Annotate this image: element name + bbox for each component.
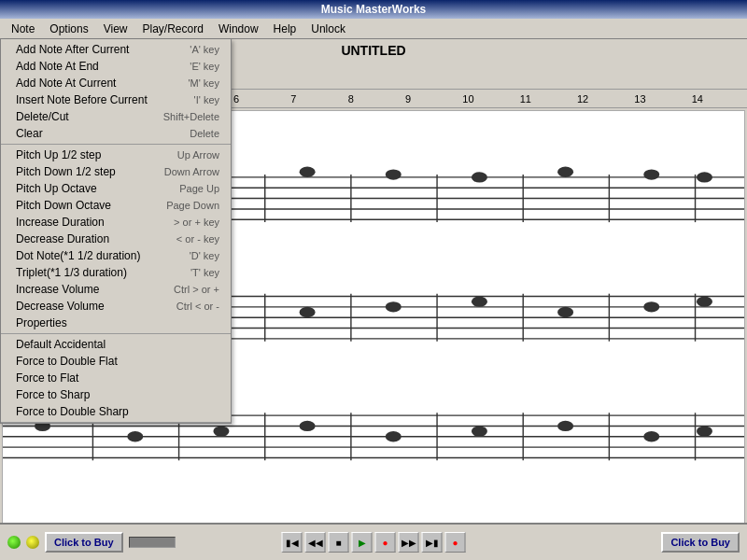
loop-button[interactable]: ● (445, 532, 466, 553)
menu-decrease-volume[interactable]: Decrease Volume Ctrl < or - (1, 298, 231, 315)
status-bar: Click to Buy ▮◀ ◀◀ ■ ▶ ● ▶▶ ▶▮ ● Click t… (0, 523, 747, 560)
menu-default-accidental[interactable]: Default Accidental (1, 336, 231, 353)
menu-options[interactable]: Options (42, 21, 95, 37)
measure-8: 8 (346, 93, 403, 105)
note-dropdown-menu: Add Note After Current 'A' key Add Note … (0, 39, 232, 424)
menu-force-sharp[interactable]: Force to Sharp (1, 386, 231, 403)
svg-point-52 (213, 426, 229, 436)
menu-pitch-up-half[interactable]: Pitch Up 1/2 step Up Arrow (1, 147, 231, 163)
indicator-yellow (26, 536, 39, 549)
menu-pitch-down-half[interactable]: Pitch Down 1/2 step Down Arrow (1, 163, 231, 180)
menu-force-double-sharp[interactable]: Force to Double Sharp (1, 403, 231, 420)
measure-7: 7 (289, 93, 345, 105)
svg-point-14 (697, 172, 712, 182)
rewind-button[interactable]: ◀◀ (305, 532, 326, 553)
svg-point-12 (557, 167, 573, 177)
measure-9: 9 (403, 93, 460, 105)
measure-6: 6 (232, 93, 289, 105)
svg-point-9 (300, 167, 316, 177)
menu-help[interactable]: Help (266, 21, 304, 37)
title-bar: Music MasterWorks (0, 0, 747, 19)
svg-point-54 (386, 431, 402, 441)
menu-increase-volume[interactable]: Increase Volume Ctrl > or + (1, 281, 231, 298)
menu-clear[interactable]: Clear Delete (1, 125, 231, 142)
menu-force-flat[interactable]: Force to Flat (1, 370, 231, 386)
measure-14: 14 (690, 93, 747, 105)
menu-increase-duration[interactable]: Increase Duration > or + key (1, 214, 231, 231)
menu-section-2: Pitch Up 1/2 step Up Arrow Pitch Down 1/… (1, 145, 231, 334)
menu-force-double-flat[interactable]: Force to Double Flat (1, 353, 231, 370)
menu-decrease-duration[interactable]: Decrease Duration < or - key (1, 231, 231, 247)
app-title: Music MasterWorks (321, 3, 426, 16)
fast-forward-button[interactable]: ▶▶ (399, 532, 419, 553)
svg-point-58 (697, 426, 712, 436)
svg-point-11 (472, 172, 487, 182)
menu-pitch-down-octave[interactable]: Pitch Down Octave Page Down (1, 197, 231, 214)
record-button[interactable]: ● (375, 532, 396, 553)
svg-point-13 (643, 169, 659, 179)
menu-insert-note-before[interactable]: Insert Note Before Current 'I' key (1, 91, 231, 108)
progress-bar (129, 537, 176, 548)
transport-controls: ▮◀ ◀◀ ■ ▶ ● ▶▶ ▶▮ ● (282, 532, 466, 553)
svg-point-33 (472, 296, 487, 306)
svg-point-56 (557, 421, 573, 431)
svg-point-34 (557, 307, 573, 317)
menu-triplet[interactable]: Triplet(*1 1/3 duration) 'T' key (1, 264, 231, 281)
forward-to-end-button[interactable]: ▶▮ (422, 532, 443, 553)
menu-bar: Note Options View Play/Record Window Hel… (0, 19, 747, 39)
menu-add-note-current[interactable]: Add Note At Current 'M' key (1, 75, 231, 91)
svg-point-57 (643, 431, 659, 441)
measure-13: 13 (632, 93, 689, 105)
stop-button[interactable]: ■ (329, 532, 349, 553)
rewind-to-start-button[interactable]: ▮◀ (282, 532, 303, 553)
menu-dot-note[interactable]: Dot Note(*1 1/2 duration) 'D' key (1, 247, 231, 264)
menu-view[interactable]: View (96, 21, 135, 37)
menu-properties[interactable]: Properties (1, 315, 231, 331)
svg-point-10 (386, 169, 402, 179)
menu-note[interactable]: Note (4, 21, 42, 37)
measure-12: 12 (575, 93, 632, 105)
svg-point-35 (643, 301, 659, 312)
menu-window[interactable]: Window (211, 21, 266, 37)
svg-point-32 (386, 301, 402, 312)
menu-section-1: Add Note After Current 'A' key Add Note … (1, 39, 231, 145)
click-to-buy-left[interactable]: Click to Buy (45, 532, 123, 553)
svg-point-55 (472, 426, 487, 436)
menu-play-record[interactable]: Play/Record (135, 21, 211, 37)
svg-point-53 (300, 421, 316, 431)
svg-point-36 (697, 296, 712, 306)
click-to-buy-right[interactable]: Click to Buy (661, 532, 740, 553)
measure-10: 10 (460, 93, 517, 105)
svg-point-31 (300, 307, 316, 317)
menu-section-3: Default Accidental Force to Double Flat … (1, 334, 231, 423)
menu-delete-cut[interactable]: Delete/Cut Shift+Delete (1, 108, 231, 125)
menu-add-note-after[interactable]: Add Note After Current 'A' key (1, 41, 231, 58)
menu-unlock[interactable]: Unlock (303, 21, 353, 37)
menu-pitch-up-octave[interactable]: Pitch Up Octave Page Up (1, 180, 231, 197)
menu-add-note-end[interactable]: Add Note At End 'E' key (1, 58, 231, 75)
play-button[interactable]: ▶ (352, 532, 373, 553)
measure-11: 11 (518, 93, 575, 105)
indicator-green (7, 536, 21, 549)
right-status: Click to Buy (661, 532, 740, 553)
svg-point-51 (127, 431, 143, 441)
